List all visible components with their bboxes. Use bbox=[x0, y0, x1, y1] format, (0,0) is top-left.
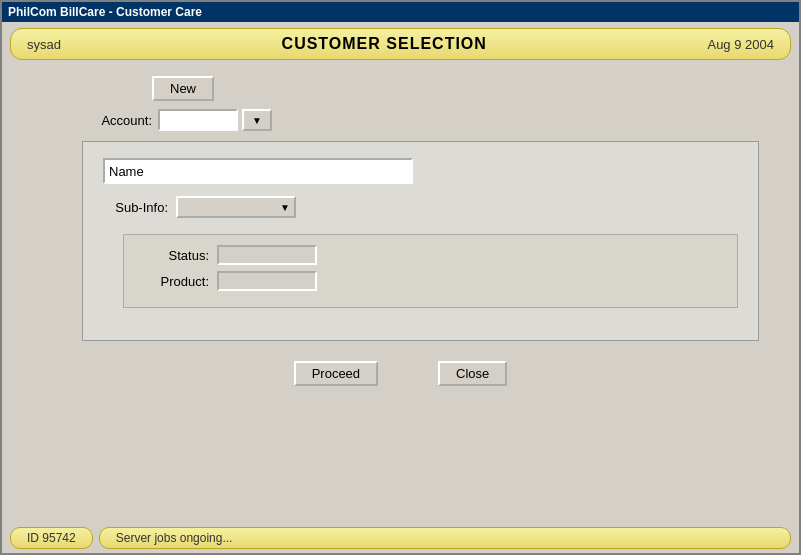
close-button[interactable]: Close bbox=[438, 361, 507, 386]
message-badge: Server jobs ongoing... bbox=[99, 527, 791, 549]
subinfo-row: Sub-Info: ▼ bbox=[103, 196, 738, 218]
search-panel: Sub-Info: ▼ Status: Product: bbox=[82, 141, 759, 341]
main-content: New Account: ▼ Sub-Info: ▼ Stat bbox=[2, 66, 799, 523]
name-row bbox=[103, 158, 738, 184]
subinfo-dropdown[interactable]: ▼ bbox=[176, 196, 296, 218]
account-row: Account: ▼ bbox=[82, 109, 779, 131]
account-label: Account: bbox=[82, 113, 152, 128]
subinfo-label: Sub-Info: bbox=[103, 200, 168, 215]
status-product-panel: Status: Product: bbox=[123, 234, 738, 308]
window-title: PhilCom BillCare - Customer Care bbox=[8, 5, 202, 19]
header-date: Aug 9 2004 bbox=[707, 37, 774, 52]
new-button[interactable]: New bbox=[152, 76, 214, 101]
chevron-down-icon: ▼ bbox=[280, 202, 290, 213]
proceed-button[interactable]: Proceed bbox=[294, 361, 378, 386]
footer-buttons: Proceed Close bbox=[22, 341, 779, 396]
account-input[interactable] bbox=[158, 109, 238, 131]
product-label: Product: bbox=[144, 274, 209, 289]
main-window: PhilCom BillCare - Customer Care sysad C… bbox=[0, 0, 801, 555]
name-input[interactable] bbox=[103, 158, 413, 184]
status-bar: ID 95742 Server jobs ongoing... bbox=[2, 523, 799, 553]
new-btn-row: New bbox=[152, 76, 779, 101]
product-input[interactable] bbox=[217, 271, 317, 291]
product-row: Product: bbox=[144, 271, 717, 291]
account-dropdown-button[interactable]: ▼ bbox=[242, 109, 272, 131]
status-row: Status: bbox=[144, 245, 717, 265]
header-user: sysad bbox=[27, 37, 61, 52]
chevron-down-icon: ▼ bbox=[252, 115, 262, 126]
header-title: CUSTOMER SELECTION bbox=[282, 35, 487, 53]
header-bar: sysad CUSTOMER SELECTION Aug 9 2004 bbox=[10, 28, 791, 60]
title-bar: PhilCom BillCare - Customer Care bbox=[2, 2, 799, 22]
id-badge: ID 95742 bbox=[10, 527, 93, 549]
status-label: Status: bbox=[144, 248, 209, 263]
status-input[interactable] bbox=[217, 245, 317, 265]
